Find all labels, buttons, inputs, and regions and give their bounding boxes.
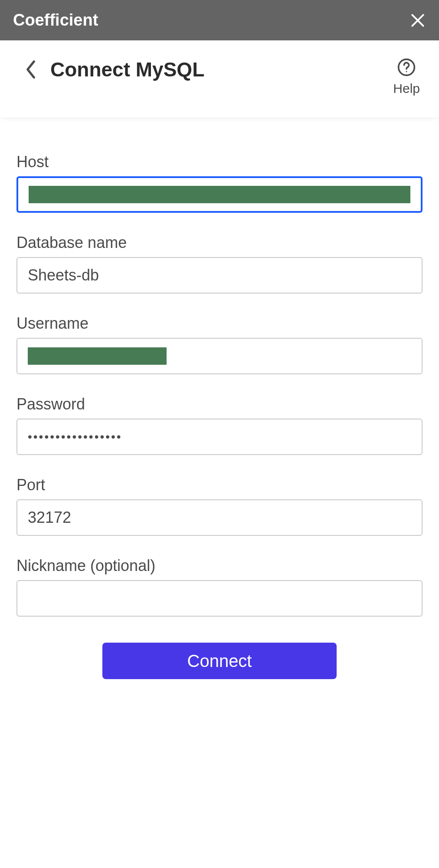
port-field-group: Port bbox=[16, 476, 423, 536]
port-input[interactable] bbox=[16, 499, 423, 536]
host-label: Host bbox=[16, 153, 423, 171]
chevron-left-icon bbox=[25, 60, 36, 79]
password-label: Password bbox=[16, 395, 423, 413]
redacted-username-value bbox=[28, 347, 167, 365]
help-icon bbox=[397, 58, 416, 79]
host-field-group: Host bbox=[16, 153, 423, 213]
host-input[interactable] bbox=[16, 176, 423, 213]
username-input[interactable] bbox=[16, 338, 423, 374]
connect-button[interactable]: Connect bbox=[102, 643, 337, 679]
password-input[interactable]: ••••••••••••••••• bbox=[16, 419, 423, 455]
page-title: Connect MySQL bbox=[50, 58, 204, 81]
password-masked-value: ••••••••••••••••• bbox=[28, 430, 122, 444]
header-left: Connect MySQL bbox=[13, 58, 204, 81]
back-button[interactable] bbox=[13, 60, 36, 79]
nickname-field-group: Nickname (optional) bbox=[16, 557, 423, 617]
page-header: Connect MySQL Help bbox=[0, 40, 439, 118]
help-label: Help bbox=[393, 81, 420, 96]
close-button[interactable] bbox=[410, 12, 426, 29]
nickname-label: Nickname (optional) bbox=[16, 557, 423, 575]
svg-point-3 bbox=[406, 71, 407, 73]
username-label: Username bbox=[16, 314, 423, 333]
help-button[interactable]: Help bbox=[393, 58, 426, 96]
database-field-group: Database name bbox=[16, 234, 423, 294]
database-label: Database name bbox=[16, 234, 423, 252]
port-label: Port bbox=[16, 476, 423, 494]
app-title: Coefficient bbox=[13, 11, 98, 30]
connect-row: Connect bbox=[16, 643, 423, 679]
redacted-host-value bbox=[29, 186, 410, 203]
connection-form: Host Database name Username Password •••… bbox=[0, 118, 439, 679]
password-field-group: Password ••••••••••••••••• bbox=[16, 395, 423, 455]
top-bar: Coefficient bbox=[0, 0, 439, 40]
database-input[interactable] bbox=[16, 257, 423, 294]
username-field-group: Username bbox=[16, 314, 423, 374]
nickname-input[interactable] bbox=[16, 580, 423, 617]
close-icon bbox=[410, 12, 426, 29]
